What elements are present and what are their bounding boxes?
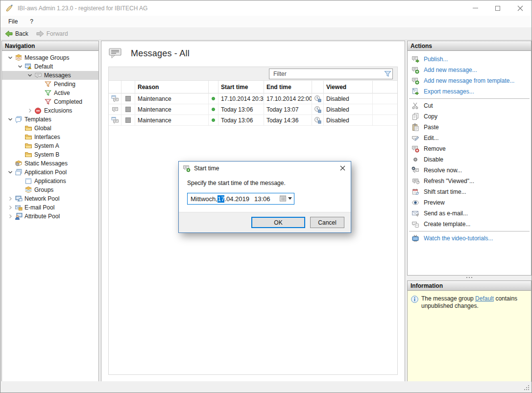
viewed-clock-icon [314, 95, 321, 102]
minimize-icon [473, 8, 478, 8]
minimize-button[interactable] [464, 0, 486, 16]
chevron-down-icon[interactable] [6, 54, 14, 62]
dialog-title-bar: Start time [179, 162, 351, 175]
back-label: Back [15, 30, 28, 37]
col-viewed[interactable]: Viewed [324, 81, 373, 93]
close-button[interactable] [509, 0, 532, 16]
nav-item-message-groups[interactable]: Message Groups [2, 53, 98, 62]
chevron-down-icon[interactable] [16, 63, 24, 70]
month-year-segment[interactable]: .04.2019 [224, 195, 249, 203]
attribute-pool-icon [14, 212, 23, 220]
action-add-new-message[interactable]: Add new message... [408, 65, 531, 75]
nav-item-groups[interactable]: Groups [2, 185, 98, 194]
nav-item-exclusions[interactable]: Exclusions [2, 106, 98, 115]
nav-item-completed[interactable]: Completed [2, 97, 98, 106]
action-add-message-from-template[interactable]: Add new message from template... [408, 75, 531, 86]
col-type[interactable] [109, 81, 121, 93]
chevron-down-icon[interactable] [25, 71, 34, 79]
ok-button[interactable]: OK [251, 217, 305, 228]
chevron-down-icon[interactable] [6, 116, 14, 123]
nav-item-applications[interactable]: Applications [2, 177, 98, 185]
start-time-picker[interactable]: Mittwoch , 17.04.201913:06 [187, 193, 294, 205]
chevron-right-icon[interactable] [6, 204, 14, 211]
nav-item-active[interactable]: Active [2, 89, 98, 97]
start-time-dialog: Start time Specify the start time of the… [178, 161, 351, 233]
col-viewed-icon[interactable] [312, 81, 324, 93]
actions-separator [409, 98, 530, 99]
action-shift-start-time[interactable]: Shift start time... [408, 186, 531, 197]
action-watch-video-tutorials[interactable]: Watch the video-tutorials... [408, 233, 531, 244]
chevron-spacer [35, 89, 44, 97]
forward-button[interactable]: Forward [33, 29, 72, 38]
nav-item-attribute-pool[interactable]: Attribute Pool [2, 212, 98, 221]
col-reason[interactable]: Reason [135, 81, 209, 93]
action-resolve-now[interactable]: Resolve now... [408, 165, 531, 176]
time-segment[interactable]: 13:06 [254, 195, 270, 203]
nav-item-default[interactable]: Default [2, 62, 98, 71]
folder-icon [24, 151, 32, 159]
action-disable[interactable]: Disable [408, 154, 531, 165]
nav-item-pending[interactable]: Pending [2, 80, 98, 89]
nav-item-system-a[interactable]: System A [2, 141, 98, 150]
action-preview[interactable]: Preview [408, 197, 531, 208]
cut-icon [411, 102, 419, 110]
nav-item-static-messages[interactable]: Static Messages [2, 159, 98, 168]
start-time-cell: Today 13:06 [218, 104, 264, 115]
action-edit[interactable]: Edit... [408, 133, 531, 143]
chevron-right-icon[interactable] [6, 212, 14, 220]
chevron-down-icon[interactable] [6, 168, 14, 176]
back-button[interactable]: Back [1, 29, 32, 38]
copy-icon [411, 113, 419, 120]
viewed-clock-icon [314, 106, 321, 113]
title-bar: IBI-aws Admin 1.23.0 - registered for IB… [0, 0, 532, 16]
action-publish[interactable]: Publish... [408, 54, 531, 65]
weekday-segment[interactable]: Mittwoch [191, 195, 216, 203]
nav-item-application-pool[interactable]: Application Pool [2, 168, 98, 177]
menu-help[interactable]: ? [25, 17, 38, 26]
table-row[interactable]: Maintenance 17.10.2014 20:30 17.10.2014 … [109, 93, 397, 104]
action-refresh-viewed[interactable]: Refresh "Viewed"... [408, 176, 531, 186]
pending-funnel-icon [44, 80, 52, 88]
message-window-icon [111, 116, 119, 124]
action-cut[interactable]: Cut [408, 100, 531, 111]
col-status[interactable] [209, 81, 218, 93]
nav-item-system-b[interactable]: System B [2, 150, 98, 159]
default-group-link[interactable]: Default [475, 295, 494, 302]
nav-item-messages[interactable]: Messages [2, 71, 98, 80]
table-row[interactable]: Maintenance Today 13:06 Today 14:36 Disa… [109, 115, 397, 126]
action-copy[interactable]: Copy [408, 111, 531, 122]
action-export-messages[interactable]: Export messages... [408, 86, 531, 97]
filter-funnel-icon[interactable] [383, 70, 392, 77]
video-tutorials-icon [411, 234, 419, 242]
filter-input[interactable] [269, 70, 383, 77]
chevron-right-icon[interactable] [25, 107, 34, 115]
messages-page-icon [107, 46, 123, 61]
col-start-time[interactable]: Start time [218, 81, 264, 93]
color-swatch [125, 96, 131, 101]
maximize-button[interactable] [486, 0, 509, 16]
calendar-dropdown-button[interactable] [279, 195, 292, 202]
nav-item-interfaces[interactable]: Interfaces [2, 133, 98, 141]
action-paste[interactable]: Paste [408, 122, 531, 133]
disable-icon [411, 156, 419, 163]
action-create-template[interactable]: Create template... [408, 219, 531, 230]
col-end-time[interactable]: End time [264, 81, 312, 93]
action-send-as-email[interactable]: Send as e-mail... [408, 208, 531, 219]
chevron-right-icon[interactable] [6, 195, 14, 203]
nav-item-network-pool[interactable]: Network Pool [2, 194, 98, 203]
panel-splitter[interactable] [407, 277, 532, 280]
col-color[interactable] [121, 81, 135, 93]
nav-item-email-pool[interactable]: E-mail Pool [2, 203, 98, 212]
day-segment-selected[interactable]: 17 [218, 195, 224, 203]
dialog-close-button[interactable] [334, 162, 351, 175]
menu-file[interactable]: File [4, 17, 22, 26]
nav-item-templates[interactable]: Templates [2, 115, 98, 124]
action-remove[interactable]: Remove [408, 143, 531, 154]
table-row[interactable]: Maintenance Today 13:06 Today 13:07 Disa… [109, 104, 397, 115]
nav-item-global[interactable]: Global [2, 124, 98, 133]
resize-grip[interactable] [523, 384, 530, 391]
templates-icon [14, 116, 23, 123]
export-messages-icon [411, 88, 419, 95]
cancel-button[interactable]: Cancel [310, 217, 344, 228]
paste-icon [411, 123, 419, 131]
